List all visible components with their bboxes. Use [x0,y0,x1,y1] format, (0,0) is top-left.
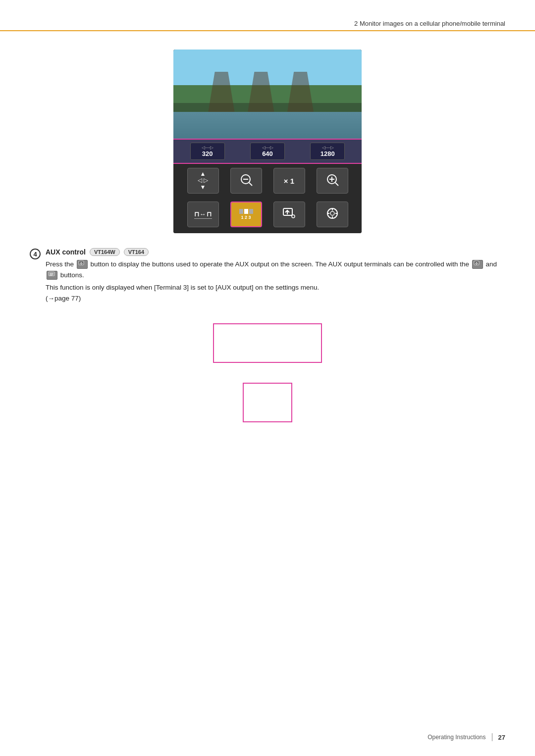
zoom-in-button[interactable] [317,168,348,194]
svg-line-6 [335,183,338,186]
section-4-para-2: This function is only displayed when [Te… [46,282,505,293]
zoom-out-icon [239,173,253,189]
aux-on-svg [474,260,482,266]
camera-panel: ◁·······▷ 320 ◁·······▷ 640 ◁·······▷ 12… [173,50,362,233]
model-badge-vt164: VT164 [124,248,149,256]
resolution-640-button[interactable]: ◁·······▷ 640 [250,143,285,160]
res-arrow-320: ◁·······▷ [197,145,218,150]
zoom-out-svg [239,173,253,187]
footer-page: 27 [498,734,505,741]
resolution-1280-button[interactable]: ◁·······▷ 1280 [310,143,345,160]
resolution-bar: ◁·······▷ 320 ◁·······▷ 640 ◁·······▷ 12… [173,139,362,164]
pink-rect-small [243,383,292,422]
page-header: 2 Monitor images on a cellular phone/mob… [0,20,535,31]
aux-press-svg [78,260,86,266]
model-badge-vt164w: VT164W [90,248,120,256]
pink-rect-large [213,323,322,363]
section-4-para-3: (→page 77) [46,293,505,304]
aux-off-icon [47,271,57,280]
camera-image [173,50,362,139]
page-footer: Operating Instructions 27 [0,733,535,741]
flip-button[interactable]: ⊓↔⊓ [187,202,219,227]
flip-icon: ⊓↔⊓ [194,210,212,219]
section-4-header: AUX control VT164W VT164 [46,248,505,256]
aux-button[interactable] [273,202,305,227]
aux-svg [282,207,296,219]
preset-icon: 1 2 3 [239,209,253,220]
res-value-640: 640 [257,150,278,157]
controls-row-2: ⊓↔⊓ 1 2 3 [173,198,362,233]
res-arrow-640: ◁·······▷ [257,145,278,150]
footer-label: Operating Instructions [428,734,485,741]
zoom-x1-button[interactable]: × 1 [273,168,305,194]
resolution-320-button[interactable]: ◁·······▷ 320 [190,143,225,160]
config-svg [325,206,340,220]
section-4-para-1: Press the button to display the buttons … [46,259,505,280]
svg-point-11 [330,211,334,215]
res-arrow-1280: ◁·······▷ [317,145,338,150]
aux-off-svg [48,271,56,277]
svg-point-9 [292,215,295,218]
pan-button[interactable]: ▲ ◁ ▷ ▼ [187,168,219,194]
aux-press-icon [77,260,88,269]
header-title: 2 Monitor images on a cellular phone/mob… [354,20,505,30]
footer-divider [492,733,492,741]
zoom-in-svg [325,173,339,187]
section-4-title: AUX control [46,248,86,256]
section-number-4: 4 [30,249,41,259]
pan-icon: ▲ ◁ ▷ ▼ [198,171,208,191]
preset-button[interactable]: 1 2 3 [230,202,262,227]
zoom-x1-label: × 1 [284,177,294,185]
res-value-1280: 1280 [317,150,338,157]
controls-row-1: ▲ ◁ ▷ ▼ × 1 [173,164,362,198]
config-icon [325,206,340,223]
config-button[interactable] [317,202,348,227]
svg-line-2 [249,183,252,186]
res-value-320: 320 [197,150,218,157]
zoom-in-icon [325,173,339,189]
section-4-content: AUX control VT164W VT164 Press the butto… [46,248,505,303]
zoom-out-button[interactable] [230,168,262,194]
aux-on-icon [472,260,483,269]
aux-icon [282,207,296,222]
main-content: ◁·······▷ 320 ◁·······▷ 640 ◁·······▷ 12… [30,40,505,432]
section-4: 4 AUX control VT164W VT164 Press the but… [30,248,505,303]
and-text: and [486,260,497,268]
